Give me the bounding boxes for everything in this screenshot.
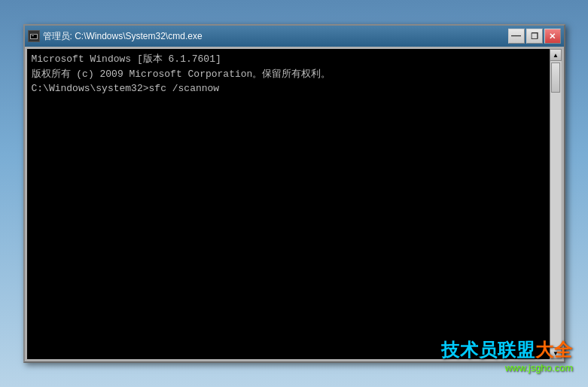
- watermark-main: 技术员联盟大全: [441, 338, 573, 362]
- watermark-prefix: 技术员联盟: [441, 340, 535, 360]
- vertical-scrollbar[interactable]: ▲ ▼: [550, 49, 562, 359]
- scrollbar-thumb[interactable]: [551, 62, 560, 93]
- cmd-terminal[interactable]: Microsoft Windows [版本 6.1.7601] 版权所有 (c)…: [27, 49, 562, 359]
- cmd-line4: C:\Windows\system32>sfc /scannow: [32, 81, 544, 96]
- scroll-up-button[interactable]: ▲: [550, 49, 562, 61]
- title-controls: — ❐ ✕: [508, 29, 561, 44]
- desktop-background: 管理员: C:\Windows\System32\cmd.exe — ❐ ✕ M…: [0, 0, 588, 387]
- restore-button[interactable]: ❐: [526, 29, 543, 44]
- watermark-sub: www.jsgho.com: [441, 362, 573, 373]
- close-button[interactable]: ✕: [544, 29, 561, 44]
- window-title: 管理员: C:\Windows\System32\cmd.exe: [43, 30, 203, 43]
- watermark: 技术员联盟大全 www.jsgho.com: [441, 338, 573, 373]
- watermark-url: www.jsgho.com: [505, 362, 573, 373]
- cmd-window: 管理员: C:\Windows\System32\cmd.exe — ❐ ✕ M…: [23, 24, 565, 363]
- cmd-line2: 版权所有 (c) 2009 Microsoft Corporation。保留所有…: [32, 67, 544, 82]
- minimize-button[interactable]: —: [508, 29, 525, 44]
- scrollbar-track[interactable]: [550, 61, 561, 347]
- cmd-line1: Microsoft Windows [版本 6.1.7601]: [32, 52, 544, 67]
- watermark-highlight: 大全: [535, 340, 573, 360]
- title-bar-left: 管理员: C:\Windows\System32\cmd.exe: [28, 30, 203, 43]
- window-border: Microsoft Windows [版本 6.1.7601] 版权所有 (c)…: [25, 47, 564, 361]
- cmd-icon: [28, 30, 40, 42]
- title-bar: 管理员: C:\Windows\System32\cmd.exe — ❐ ✕: [25, 26, 564, 47]
